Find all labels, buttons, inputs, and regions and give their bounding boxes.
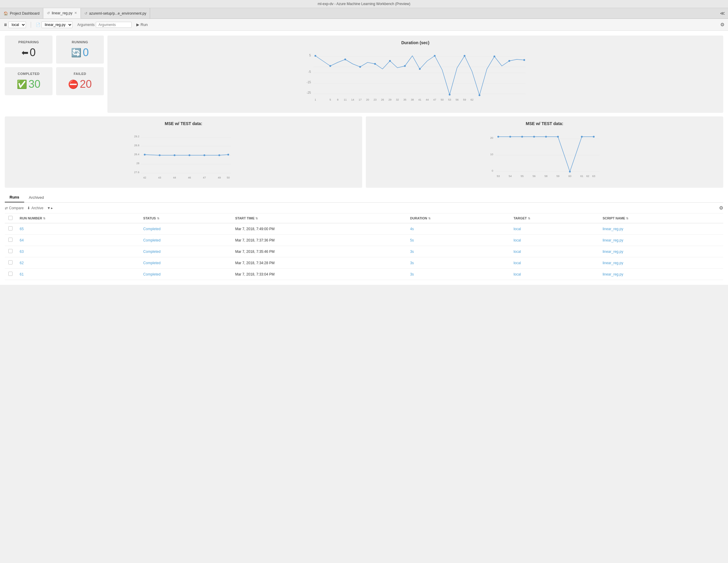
svg-point-22 xyxy=(508,60,510,62)
table-row: 63 Completed Mar 7, 2018, 7:35:46 PM 3s … xyxy=(5,246,723,257)
script-link-1[interactable]: linear_reg.py xyxy=(603,238,623,242)
svg-point-11 xyxy=(344,58,346,60)
svg-point-59 xyxy=(203,154,205,156)
script-link-0[interactable]: linear_reg.py xyxy=(603,227,623,231)
home-icon: 🏠 xyxy=(4,11,8,16)
sort-target-icon: ⇅ xyxy=(528,217,530,220)
row-checkbox-3[interactable] xyxy=(8,260,13,264)
archive-button[interactable]: ⬇ Archive xyxy=(27,206,43,210)
col-header-start-time[interactable]: START TIME ⇅ xyxy=(232,213,406,223)
target-link-3[interactable]: local xyxy=(513,261,521,265)
script-selector[interactable]: 📄 linear_reg.py xyxy=(36,21,73,28)
svg-text:0: 0 xyxy=(492,169,493,172)
col-header-run-number[interactable]: RUN NUMBER ⇅ xyxy=(16,213,140,223)
stat-card-preparing: PREPARING ⬅ 0 xyxy=(5,36,53,64)
row-checkbox-4[interactable] xyxy=(8,271,13,276)
running-icon: 🔄 xyxy=(71,48,81,58)
run-number-link-0[interactable]: 65 xyxy=(20,227,24,231)
duration-link-1[interactable]: 5s xyxy=(410,238,414,242)
svg-text:-25: -25 xyxy=(307,91,311,94)
start-time-value-1: Mar 7, 2018, 7:37:36 PM xyxy=(235,238,274,242)
script-link-2[interactable]: linear_reg.py xyxy=(603,249,623,254)
mse-charts-row: MSE w/ TEST data: 29.2 28.8 28.4 28 27.6 xyxy=(5,116,723,188)
status-link-2[interactable]: Completed xyxy=(143,249,161,254)
tab-azureml-setup[interactable]: ↺ azureml-setup/p...e_environment.py xyxy=(81,8,150,18)
svg-point-19 xyxy=(464,55,465,57)
script-icon: 📄 xyxy=(36,23,40,27)
run-number-link-1[interactable]: 64 xyxy=(20,238,24,242)
row-checkbox-1[interactable] xyxy=(8,237,13,242)
target-link-1[interactable]: local xyxy=(513,238,521,242)
filter-button[interactable]: ▼ ▸ xyxy=(47,206,53,210)
svg-point-58 xyxy=(189,154,190,156)
svg-point-61 xyxy=(227,154,229,155)
target-link-0[interactable]: local xyxy=(513,227,521,231)
settings-icon[interactable]: ⚙ xyxy=(720,22,724,27)
status-link-1[interactable]: Completed xyxy=(143,238,161,242)
running-value: 🔄 0 xyxy=(63,46,97,59)
svg-text:56: 56 xyxy=(533,175,536,178)
svg-point-57 xyxy=(174,154,175,156)
svg-text:54: 54 xyxy=(509,175,512,178)
table-header: RUN NUMBER ⇅ STATUS ⇅ START TIME ⇅ DURAT… xyxy=(5,213,723,223)
compare-button[interactable]: ⇄ Compare xyxy=(5,206,24,210)
svg-point-20 xyxy=(479,94,480,96)
runs-settings-icon[interactable]: ⚙ xyxy=(719,205,723,211)
row-target-cell: local xyxy=(510,257,599,269)
row-checkbox-2[interactable] xyxy=(8,249,13,253)
row-status-cell: Completed xyxy=(140,246,232,257)
tab-archived[interactable]: Archived xyxy=(24,193,49,202)
duration-link-0[interactable]: 4s xyxy=(410,227,414,231)
svg-point-81 xyxy=(569,171,571,172)
svg-text:29.2: 29.2 xyxy=(134,135,139,138)
col-header-duration[interactable]: DURATION ⇅ xyxy=(406,213,510,223)
svg-text:38: 38 xyxy=(411,98,414,101)
script-select[interactable]: linear_reg.py xyxy=(41,21,73,28)
row-start-time-cell: Mar 7, 2018, 7:37:36 PM xyxy=(232,234,406,246)
tab-close-button[interactable]: ✕ xyxy=(74,11,77,15)
script-link-4[interactable]: linear_reg.py xyxy=(603,272,623,276)
svg-point-13 xyxy=(374,63,376,65)
col-header-script-name[interactable]: SCRIPT NAME ⇅ xyxy=(599,213,723,223)
col-header-status[interactable]: STATUS ⇅ xyxy=(140,213,232,223)
duration-link-4[interactable]: 3s xyxy=(410,272,414,276)
svg-text:20: 20 xyxy=(490,136,493,139)
svg-text:26: 26 xyxy=(381,98,384,101)
run-button[interactable]: ▶ Run xyxy=(136,22,148,27)
run-number-link-3[interactable]: 62 xyxy=(20,261,24,265)
row-checkbox-cell xyxy=(5,234,16,246)
table-header-row: RUN NUMBER ⇅ STATUS ⇅ START TIME ⇅ DURAT… xyxy=(5,213,723,223)
target-link-2[interactable]: local xyxy=(513,249,521,254)
status-link-4[interactable]: Completed xyxy=(143,272,161,276)
environment-selector[interactable]: 🖥 local xyxy=(4,21,26,28)
file-icon-2: ↺ xyxy=(84,11,87,16)
svg-point-55 xyxy=(144,154,146,155)
row-run-number-cell: 65 xyxy=(16,223,140,234)
duration-link-2[interactable]: 3s xyxy=(410,249,414,254)
tab-linear-reg[interactable]: ↺ linear_reg.py ✕ xyxy=(43,8,81,18)
row-checkbox-0[interactable] xyxy=(8,226,13,230)
environment-select[interactable]: local xyxy=(8,21,26,28)
mse-chart-1-card: MSE w/ TEST data: 29.2 28.8 28.4 28 27.6 xyxy=(5,116,362,188)
compare-icon: ⇄ xyxy=(5,206,8,210)
duration-link-3[interactable]: 3s xyxy=(410,261,414,265)
status-link-0[interactable]: Completed xyxy=(143,227,161,231)
select-all-checkbox[interactable] xyxy=(8,216,13,220)
status-link-3[interactable]: Completed xyxy=(143,261,161,265)
svg-text:46: 46 xyxy=(188,176,191,179)
run-number-link-4[interactable]: 61 xyxy=(20,272,24,276)
target-link-4[interactable]: local xyxy=(513,272,521,276)
tab-expand-button[interactable]: ≪ xyxy=(717,8,728,18)
svg-text:63: 63 xyxy=(592,175,595,178)
col-header-target[interactable]: TARGET ⇅ xyxy=(510,213,599,223)
tab-runs[interactable]: Runs xyxy=(5,192,24,202)
row-script-cell: linear_reg.py xyxy=(599,257,723,269)
arguments-input[interactable] xyxy=(96,22,132,28)
tab-project-dashboard[interactable]: 🏠 Project Dashboard xyxy=(0,8,43,18)
svg-text:55: 55 xyxy=(521,175,524,178)
col-header-checkbox xyxy=(5,213,16,223)
script-link-3[interactable]: linear_reg.py xyxy=(603,261,623,265)
run-number-link-2[interactable]: 63 xyxy=(20,249,24,254)
svg-text:41: 41 xyxy=(418,98,421,101)
stat-card-running: RUNNING 🔄 0 xyxy=(56,36,104,64)
